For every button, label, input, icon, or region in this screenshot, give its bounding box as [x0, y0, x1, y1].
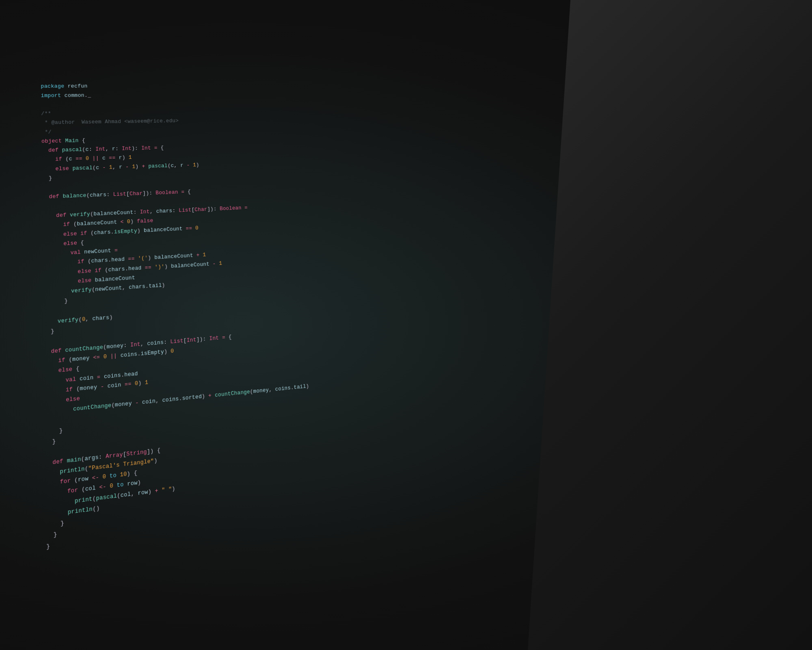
main-scene: package recfun import common._ /** * @au… [0, 0, 812, 650]
code-display: package recfun import common._ /** * @au… [41, 73, 399, 563]
code-container: package recfun import common._ /** * @au… [41, 73, 399, 563]
right-panel [528, 0, 812, 650]
